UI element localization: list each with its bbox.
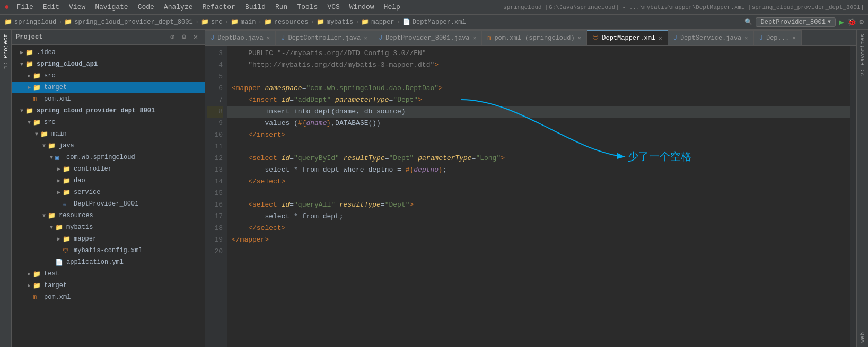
- breadcrumb-module[interactable]: spring_cloud_provider_dept_8001: [74, 19, 192, 26]
- gear-icon[interactable]: ⚙: [179, 32, 189, 42]
- menu-navigate[interactable]: Navigate: [91, 2, 132, 12]
- tab-deptservice[interactable]: J DeptService.java ✕: [668, 30, 754, 45]
- line-num-4: 4: [207, 59, 223, 71]
- arrow-java[interactable]: ▼: [40, 143, 48, 149]
- run-button[interactable]: ▶: [839, 17, 844, 28]
- breadcrumb-main[interactable]: main: [241, 19, 256, 26]
- run-config[interactable]: DeptProvider_8001 ▼: [756, 17, 835, 27]
- close-panel-icon[interactable]: ✕: [191, 32, 200, 42]
- tab-close-deptprovider[interactable]: ✕: [473, 34, 477, 41]
- tree-item-controller[interactable]: ▶ 📁 controller: [12, 163, 205, 175]
- project-panel: Project ⊕ ⚙ ✕ ▶ 📁 .idea ▼ 📁 spring_cloud…: [12, 30, 205, 347]
- arrow-mybatis-dir[interactable]: ▼: [48, 225, 55, 230]
- editor-content: 3 4 5 6 7 8 9 10 11 12 13 14 15 16 17 18…: [205, 46, 856, 347]
- tab-close-deptdao[interactable]: ✕: [267, 34, 270, 41]
- menu-tools[interactable]: Tools: [293, 2, 322, 12]
- tab-close-pomxml[interactable]: ✕: [578, 34, 582, 41]
- breadcrumb-src[interactable]: src: [211, 19, 223, 26]
- package-icon: ▣: [55, 154, 65, 162]
- collapse-all-button[interactable]: ⊕: [168, 32, 177, 42]
- menu-view[interactable]: View: [65, 2, 90, 12]
- tree-item-dao[interactable]: ▶ 📁 dao: [12, 175, 205, 186]
- tab-close-deptservice[interactable]: ✕: [744, 34, 748, 41]
- tree-item-deptprovider[interactable]: ▶ ☕ DeptProvider_8001: [12, 198, 205, 210]
- editor-area: J DeptDao.java ✕ J DeptController.java ✕…: [205, 30, 856, 347]
- breadcrumb-mapper[interactable]: mapper: [371, 19, 394, 26]
- menu-code[interactable]: Code: [134, 2, 159, 12]
- sidebar-tab-favorites[interactable]: 2: Favorites: [858, 30, 867, 80]
- menu-vcs[interactable]: VCS: [323, 2, 344, 12]
- tree-item-resources[interactable]: ▼ 📁 resources: [12, 210, 205, 221]
- tree-item-application-yml[interactable]: ▶ 📄 application.yml: [12, 256, 205, 268]
- tree-item-java[interactable]: ▼ 📁 java: [12, 140, 205, 152]
- arrow-service[interactable]: ▶: [55, 189, 63, 195]
- tree-item-main[interactable]: ▼ 📁 main: [12, 128, 205, 140]
- menu-refactor[interactable]: Refactor: [198, 2, 240, 12]
- arrow-spring-cloud-provider[interactable]: ▼: [18, 108, 25, 114]
- arrow-spring-cloud-api[interactable]: ▼: [18, 61, 25, 67]
- tree-item-mapper-dir[interactable]: ▶ 📁 mapper: [12, 233, 205, 245]
- sidebar-tab-project[interactable]: 1: Project: [2, 30, 10, 73]
- arrow-target2[interactable]: ▶: [25, 282, 33, 289]
- code-lines[interactable]: PUBLIC "-//mybatis.org//DTD Config 3.0//…: [227, 46, 850, 347]
- arrow-package[interactable]: ▼: [48, 155, 55, 161]
- arrow-src2[interactable]: ▼: [25, 120, 33, 126]
- tab-deptprovider[interactable]: J DeptProvider_8001.java ✕: [373, 30, 482, 45]
- search-icon[interactable]: 🔍: [744, 18, 752, 26]
- tree-item-src2[interactable]: ▼ 📁 src: [12, 117, 205, 128]
- menu-run[interactable]: Run: [271, 2, 292, 12]
- tree-item-pom1[interactable]: ▶ m pom.xml: [12, 93, 205, 105]
- arrow-controller[interactable]: ▶: [55, 166, 63, 172]
- breadcrumb-mybatis[interactable]: mybatis: [327, 19, 353, 26]
- breadcrumb-icon-src: 📁: [201, 18, 209, 26]
- tab-close-deptmapper[interactable]: ✕: [659, 35, 662, 42]
- pom-icon-2: m: [33, 293, 42, 301]
- menu-help[interactable]: Help: [380, 2, 405, 12]
- breadcrumb-springcloud[interactable]: springcloud: [14, 19, 56, 26]
- tree-item-service[interactable]: ▶ 📁 service: [12, 186, 205, 198]
- tree-item-target2[interactable]: ▶ 📁 target: [12, 280, 205, 291]
- menu-bar: ● File Edit View Navigate Code Analyze R…: [0, 0, 868, 15]
- tab-deptcontroller[interactable]: J DeptController.java ✕: [276, 30, 373, 45]
- arrow-dao[interactable]: ▶: [55, 177, 63, 184]
- tree-item-target1[interactable]: ▶ 📁 target: [12, 82, 205, 93]
- menu-window[interactable]: Window: [345, 2, 379, 12]
- tree-item-spring-cloud-provider[interactable]: ▼ 📁 spring_cloud_provider_dept_8001: [12, 105, 205, 117]
- tree-item-test[interactable]: ▶ 📁 test: [12, 268, 205, 280]
- menu-edit[interactable]: Edit: [39, 2, 64, 12]
- tree-item-src1[interactable]: ▶ 📁 src: [12, 70, 205, 82]
- arrow-main[interactable]: ▼: [33, 131, 40, 137]
- tree-item-spring-cloud-api[interactable]: ▼ 📁 spring_cloud_api: [12, 58, 205, 70]
- tab-icon-pomxml: m: [487, 34, 491, 42]
- tree-item-pom2[interactable]: ▶ m pom.xml: [12, 291, 205, 303]
- breadcrumb-deptmapper[interactable]: DeptMapper.xml: [413, 19, 466, 26]
- settings-icon[interactable]: ⚙: [860, 17, 864, 26]
- tab-close-deptcontroller[interactable]: ✕: [364, 34, 367, 41]
- tab-pomxml[interactable]: m pom.xml (springcloud) ✕: [482, 30, 587, 45]
- tree-item-mybatis-config[interactable]: ▶ 🛡 mybatis-config.xml: [12, 245, 205, 256]
- xml-icon-mybatis-config: 🛡: [63, 247, 72, 254]
- tree-item-mybatis-dir[interactable]: ▼ 📁 mybatis: [12, 221, 205, 233]
- tree-item-package[interactable]: ▼ ▣ com.wb.springcloud: [12, 152, 205, 163]
- breadcrumb-resources[interactable]: resources: [274, 19, 309, 26]
- tab-more[interactable]: J Dep... ✕: [754, 30, 802, 45]
- menu-file[interactable]: File: [13, 2, 38, 12]
- debug-button[interactable]: 🐞: [847, 17, 856, 26]
- menu-build[interactable]: Build: [241, 2, 270, 12]
- folder-icon-src2: 📁: [33, 119, 42, 127]
- tree-item-idea[interactable]: ▶ 📁 .idea: [12, 47, 205, 58]
- tab-close-more[interactable]: ✕: [792, 34, 796, 41]
- arrow-src1[interactable]: ▶: [25, 73, 33, 79]
- tab-deptdao[interactable]: J DeptDao.java ✕: [205, 30, 276, 45]
- sidebar-tab-web[interactable]: Web: [858, 328, 867, 347]
- arrow-target1[interactable]: ▶: [25, 84, 33, 91]
- breadcrumb-icon-deptmapper: 📄: [402, 18, 410, 26]
- tab-deptmapper[interactable]: 🛡 DeptMapper.xml ✕: [587, 30, 668, 45]
- arrow-test[interactable]: ▶: [25, 271, 33, 277]
- code-line-17: select * from dept;: [227, 211, 850, 223]
- line-num-6: 6: [207, 83, 223, 94]
- arrow-mapper-dir[interactable]: ▶: [55, 236, 63, 242]
- arrow-resources[interactable]: ▼: [40, 213, 48, 219]
- arrow-idea[interactable]: ▶: [18, 49, 25, 56]
- menu-analyze[interactable]: Analyze: [160, 2, 197, 12]
